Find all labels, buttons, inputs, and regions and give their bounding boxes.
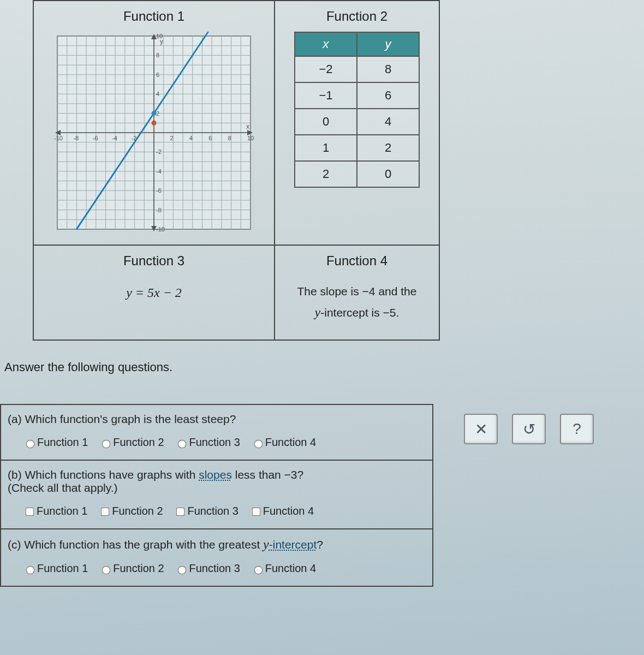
svg-text:4: 4 xyxy=(189,135,193,141)
svg-text:2: 2 xyxy=(170,135,173,141)
cell-function-1: Function 1 -10-8-6-4-2246810-10-8-6-4-22… xyxy=(34,1,274,245)
table-row: 12 xyxy=(295,135,419,161)
function-4-description: The slope is −4 and the y-intercept is −… xyxy=(281,276,433,329)
answer-header: Answer the following questions. xyxy=(4,360,172,374)
svg-text:y: y xyxy=(160,38,163,45)
qa-option-4[interactable]: Function 4 xyxy=(252,436,316,448)
qc-option-4[interactable]: Function 4 xyxy=(252,562,316,574)
help-button[interactable]: ? xyxy=(560,414,594,444)
qb-option-1[interactable]: Function 1 xyxy=(24,505,87,517)
qb-option-2[interactable]: Function 2 xyxy=(99,505,163,517)
intercept-link[interactable]: -intercept xyxy=(269,538,317,551)
help-icon: ? xyxy=(573,420,581,438)
question-a-prompt: (a) Which function's graph is the least … xyxy=(8,413,426,426)
svg-text:10: 10 xyxy=(247,135,254,141)
table-row: −28 xyxy=(295,56,419,82)
close-button[interactable]: ✕ xyxy=(464,414,498,444)
function-3-equation: y = 5x − 2 xyxy=(126,285,182,300)
svg-text:x: x xyxy=(246,123,249,130)
function-4-title: Function 4 xyxy=(281,253,433,269)
function-2-title: Function 2 xyxy=(281,9,433,24)
cell-function-2: Function 2 x y −28 −16 04 12 20 xyxy=(275,1,439,199)
svg-text:-8: -8 xyxy=(156,207,162,213)
svg-text:2: 2 xyxy=(156,110,159,117)
function-3-title: Function 3 xyxy=(39,253,269,269)
question-b: (b) Which functions have graphs with slo… xyxy=(1,460,432,528)
svg-text:-10: -10 xyxy=(156,226,165,233)
table-row: −16 xyxy=(295,82,419,109)
table-row: 20 xyxy=(295,161,419,187)
qc-option-3[interactable]: Function 3 xyxy=(176,562,240,574)
cell-function-3: Function 3 y = 5x − 2 xyxy=(34,246,274,320)
svg-text:4: 4 xyxy=(156,91,159,97)
qb-option-3[interactable]: Function 3 xyxy=(175,505,238,517)
reset-button[interactable]: ↺ xyxy=(512,414,546,444)
svg-text:6: 6 xyxy=(156,72,159,78)
qb-option-4[interactable]: Function 4 xyxy=(251,505,314,517)
function-1-graph: -10-8-6-4-2246810-10-8-6-4-2246810 y x xyxy=(53,32,255,234)
qa-option-3[interactable]: Function 3 xyxy=(176,436,240,448)
close-icon: ✕ xyxy=(475,420,487,438)
question-a: (a) Which function's graph is the least … xyxy=(1,405,432,460)
svg-text:-8: -8 xyxy=(73,135,79,141)
svg-text:8: 8 xyxy=(156,52,159,58)
qc-option-1[interactable]: Function 1 xyxy=(24,562,88,574)
questions-box: (a) Which function's graph is the least … xyxy=(0,404,433,587)
functions-grid: Function 1 -10-8-6-4-2246810-10-8-6-4-22… xyxy=(33,0,440,341)
svg-text:-2: -2 xyxy=(156,148,162,155)
question-b-prompt: (b) Which functions have graphs with slo… xyxy=(8,468,426,495)
qa-option-1[interactable]: Function 1 xyxy=(24,436,88,448)
question-c-prompt: (c) Which function has the graph with th… xyxy=(8,537,426,552)
svg-text:-6: -6 xyxy=(156,187,162,194)
function-1-title: Function 1 xyxy=(39,9,269,24)
function-2-table: x y −28 −16 04 12 20 xyxy=(294,32,420,188)
svg-point-77 xyxy=(152,111,157,116)
svg-text:-6: -6 xyxy=(93,135,98,141)
svg-point-78 xyxy=(152,121,157,126)
slopes-link[interactable]: slopes xyxy=(199,468,232,481)
cell-function-4: Function 4 The slope is −4 and the y-int… xyxy=(275,246,439,340)
toolbar: ✕ ↺ ? xyxy=(464,414,594,444)
svg-text:-4: -4 xyxy=(112,135,117,141)
table-row: 04 xyxy=(295,109,419,135)
table-header-x: x xyxy=(295,32,357,56)
svg-text:8: 8 xyxy=(228,135,231,141)
svg-text:6: 6 xyxy=(208,135,212,141)
svg-text:-4: -4 xyxy=(156,168,162,175)
svg-text:-10: -10 xyxy=(54,135,63,141)
qc-option-2[interactable]: Function 2 xyxy=(100,562,164,574)
qa-option-2[interactable]: Function 2 xyxy=(100,436,164,448)
table-header-y: y xyxy=(357,32,419,56)
question-c: (c) Which function has the graph with th… xyxy=(1,528,432,586)
reset-icon: ↺ xyxy=(523,420,535,438)
